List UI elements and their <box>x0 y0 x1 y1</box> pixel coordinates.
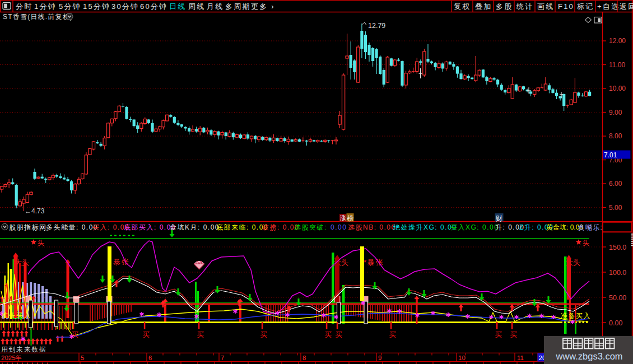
svg-text:多头能量: 0.00: 多头能量: 0.00 <box>46 223 98 231</box>
svg-text:8.00: 8.00 <box>609 132 622 140</box>
svg-text:买: 买 <box>335 330 342 339</box>
svg-text:5分钟: 5分钟 <box>59 2 81 11</box>
svg-text:统计: 统计 <box>516 2 533 11</box>
svg-text:更多 ›: 更多 › <box>251 2 275 11</box>
svg-text:7.01: 7.01 <box>604 151 617 159</box>
svg-text:0.00: 0.00 <box>331 223 347 231</box>
svg-text:12.00: 12.00 <box>609 37 626 45</box>
svg-text:多周期: 多周期 <box>225 2 251 11</box>
svg-text:1分钟: 1分钟 <box>34 2 57 11</box>
svg-text:复权: 复权 <box>454 2 471 11</box>
svg-text:金坑K月: 0.00: 金坑K月: 0.00 <box>169 223 220 231</box>
svg-text:准备买入: 准备买入 <box>561 312 591 320</box>
svg-text:日线: 日线 <box>169 2 186 11</box>
svg-text:10: 10 <box>458 354 466 361</box>
svg-text:选股NB: 0.00: 选股NB: 0.00 <box>348 223 396 231</box>
svg-text:股朋指标网: 股朋指标网 <box>9 223 47 231</box>
svg-text:画线: 画线 <box>537 2 554 11</box>
svg-text:30分钟: 30分钟 <box>111 2 139 11</box>
svg-text:返回: 返回 <box>620 2 633 11</box>
svg-text:←4.73: ←4.73 <box>25 207 45 215</box>
svg-text:多股: 多股 <box>496 2 513 11</box>
svg-text:头: 头 <box>583 239 589 247</box>
svg-text:10.00: 10.00 <box>609 85 626 92</box>
svg-text:ST香雪(日线.前复权): ST香雪(日线.前复权) <box>3 13 73 21</box>
svg-text:标记: 标记 <box>577 2 594 11</box>
svg-text:底部买入: 0.00: 底部买入: 0.00 <box>124 223 176 231</box>
svg-text:50.00: 50.00 <box>609 294 626 302</box>
svg-text:买: 买 <box>510 330 517 339</box>
svg-text:榜: 榜 <box>346 214 353 222</box>
svg-text:月线: 月线 <box>207 2 224 11</box>
svg-text:买: 买 <box>71 330 78 339</box>
svg-text:底部来临: 0.00: 底部来临: 0.00 <box>216 223 268 231</box>
svg-text:6: 6 <box>148 354 152 361</box>
svg-text:暴张: 暴张 <box>113 258 129 266</box>
svg-text:买: 买 <box>197 330 204 339</box>
svg-text:8: 8 <box>302 354 306 361</box>
svg-text:买: 买 <box>260 330 267 339</box>
svg-text:准备买入: 准备买入 <box>1 311 31 319</box>
svg-text:12.79: 12.79 <box>368 22 385 30</box>
svg-text:6.00: 6.00 <box>609 180 622 188</box>
svg-text:选股突破:: 选股突破: <box>294 223 327 231</box>
svg-text:0.00: 0.00 <box>609 319 622 327</box>
svg-text:分时: 分时 <box>16 2 32 11</box>
svg-text:买: 买 <box>142 330 150 339</box>
svg-text:5: 5 <box>81 354 84 361</box>
svg-text:11.00: 11.00 <box>609 61 625 69</box>
svg-text:9: 9 <box>378 354 381 361</box>
svg-text:叠加: 叠加 <box>475 2 492 11</box>
svg-text:涨: 涨 <box>340 214 346 221</box>
svg-text:财: 财 <box>496 214 502 222</box>
svg-text:买入XG: 0.00: 买入XG: 0.00 <box>450 223 499 231</box>
svg-text:买: 买 <box>389 330 396 339</box>
svg-text:100.0: 100.0 <box>609 269 626 277</box>
svg-text:周线: 周线 <box>188 2 205 11</box>
svg-text:贪嘴乐:: 贪嘴乐: <box>578 223 603 231</box>
svg-text:5.00: 5.00 <box>609 204 622 212</box>
svg-text:2025年: 2025年 <box>1 354 22 361</box>
svg-text:用到未来数据: 用到未来数据 <box>1 346 46 353</box>
svg-text:www.zbgs3.com: www.zbgs3.com <box>555 351 622 361</box>
svg-text:15分钟: 15分钟 <box>83 2 110 11</box>
svg-text:9.00: 9.00 <box>609 109 622 116</box>
svg-text:买: 买 <box>324 330 332 339</box>
svg-text:+自选: +自选 <box>597 2 620 11</box>
svg-text:60分钟: 60分钟 <box>140 2 167 11</box>
svg-text:11: 11 <box>517 354 524 361</box>
svg-text:头: 头 <box>38 239 44 247</box>
svg-text:150.0: 150.0 <box>609 244 626 251</box>
svg-text:F10: F10 <box>558 2 574 11</box>
svg-text:绝处逢升XG: 0.00: 绝处逢升XG: 0.00 <box>393 223 457 231</box>
svg-text:买: 买 <box>495 330 502 339</box>
svg-text:7: 7 <box>221 354 224 361</box>
